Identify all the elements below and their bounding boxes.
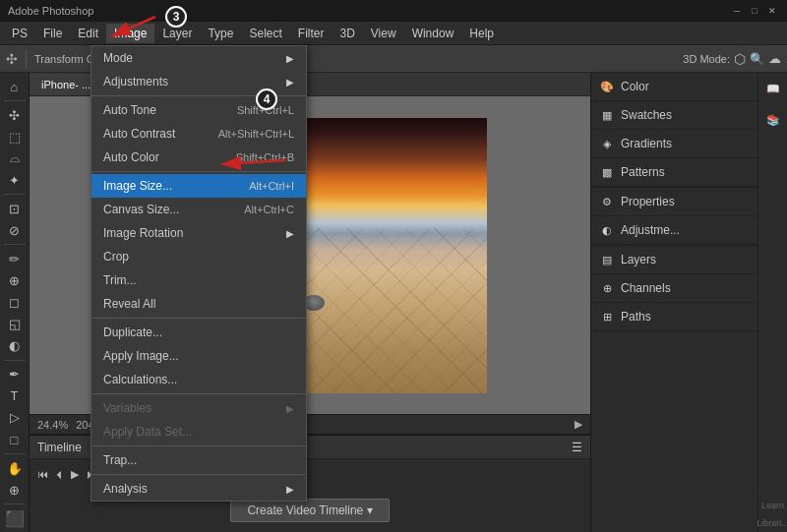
menu-separator4	[91, 393, 306, 394]
menu-trim[interactable]: Trim...	[91, 268, 306, 292]
annotation-circle-3: 3	[165, 6, 187, 28]
mode-arrow: ▶	[286, 53, 294, 64]
menu-canvas-size[interactable]: Canvas Size... Alt+Ctrl+C	[91, 198, 306, 221]
red-arrow-4	[212, 150, 290, 180]
menu-separator3	[91, 318, 306, 319]
menu-image-rotation[interactable]: Image Rotation ▶	[91, 221, 306, 245]
adjustments-arrow: ▶	[286, 77, 294, 88]
menu-variables: Variables ▶	[91, 396, 306, 420]
dropdown-overlay[interactable]: Mode ▶ Adjustments ▶ Auto Tone Shift+Ctr…	[0, 0, 787, 532]
menu-apply-image[interactable]: Apply Image...	[91, 344, 306, 368]
menu-apply-data-set: Apply Data Set...	[91, 420, 306, 443]
menu-trap[interactable]: Trap...	[91, 448, 306, 472]
annotation-3: 3	[165, 6, 187, 28]
red-arrow-3	[101, 12, 160, 51]
menu-crop[interactable]: Crop	[91, 245, 306, 268]
annotation-circle-4: 4	[256, 89, 277, 110]
menu-separator6	[91, 474, 306, 475]
image-dropdown-menu: Mode ▶ Adjustments ▶ Auto Tone Shift+Ctr…	[91, 45, 307, 502]
menu-duplicate[interactable]: Duplicate...	[91, 321, 306, 344]
menu-auto-contrast[interactable]: Auto Contrast Alt+Shift+Ctrl+L	[91, 122, 306, 146]
menu-calculations[interactable]: Calculations...	[91, 368, 306, 391]
svg-line-3	[221, 160, 285, 164]
svg-line-1	[111, 17, 155, 36]
menu-reveal-all[interactable]: Reveal All	[91, 292, 306, 316]
analysis-arrow: ▶	[286, 484, 294, 495]
menu-analysis[interactable]: Analysis ▶	[91, 477, 306, 501]
rotation-arrow: ▶	[286, 228, 294, 239]
annotation-4: 4	[256, 89, 277, 110]
menu-separator5	[91, 445, 306, 446]
variables-arrow: ▶	[286, 403, 294, 414]
